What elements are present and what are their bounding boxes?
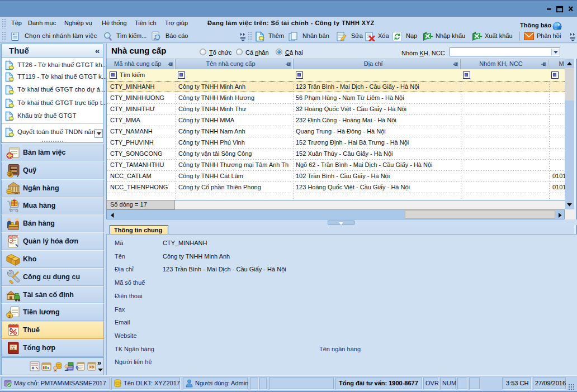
svg-text:HÓA ĐƠN: HÓA ĐƠN: [10, 235, 20, 238]
svg-text:CÁI: CÁI: [11, 347, 15, 350]
svg-text:S: S: [9, 173, 12, 176]
